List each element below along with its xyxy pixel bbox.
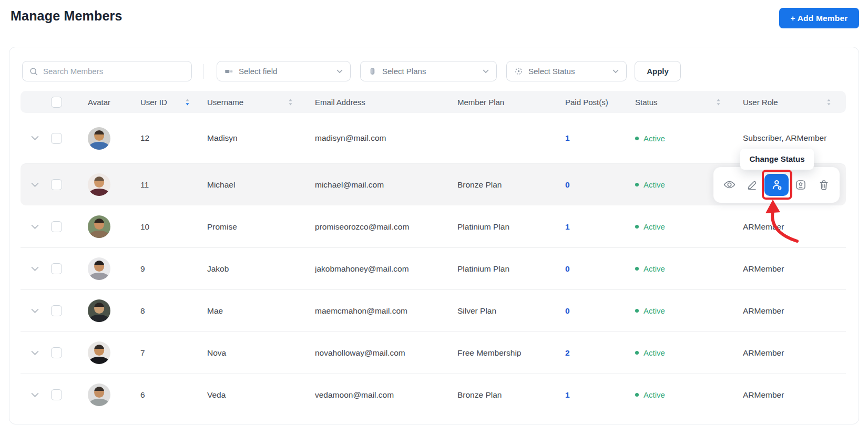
user-role: Subscriber, ARMember bbox=[726, 133, 846, 143]
row-checkbox[interactable] bbox=[51, 347, 62, 358]
status-dot bbox=[635, 267, 639, 271]
sort-icon[interactable] bbox=[826, 98, 831, 106]
email-address: promiseorozco@mail.com bbox=[304, 222, 446, 232]
table-row: 10 Promise promiseorozco@mail.com Platin… bbox=[21, 205, 846, 247]
apply-button[interactable]: Apply bbox=[635, 61, 681, 81]
row-expand-icon[interactable] bbox=[31, 133, 39, 143]
search-members-input[interactable] bbox=[43, 67, 185, 76]
membership-plan-button[interactable] bbox=[790, 174, 812, 196]
select-field-dropdown[interactable]: Select field bbox=[217, 61, 351, 81]
view-button[interactable] bbox=[718, 174, 740, 196]
email-address: michael@mail.com bbox=[304, 180, 446, 190]
user-role: ARMember bbox=[726, 390, 846, 400]
avatar bbox=[88, 127, 110, 150]
column-header-email-address: Email Address bbox=[304, 98, 446, 107]
field-icon bbox=[224, 67, 233, 76]
edit-button[interactable] bbox=[741, 174, 763, 196]
status-dot bbox=[635, 183, 639, 186]
paid-posts-link[interactable]: 1 bbox=[565, 390, 570, 400]
row-expand-icon[interactable] bbox=[31, 264, 39, 274]
row-checkbox[interactable] bbox=[51, 389, 62, 400]
status-badge: Active bbox=[620, 222, 726, 231]
username: Promise bbox=[195, 222, 304, 232]
chevron-down-icon bbox=[336, 69, 343, 74]
status-dot bbox=[635, 393, 639, 397]
filter-divider bbox=[203, 64, 203, 79]
status-badge: Active bbox=[620, 134, 726, 143]
table-row: 7 Nova novaholloway@mail.com Free Member… bbox=[21, 331, 846, 374]
column-header-paid-post-s-: Paid Post(s) bbox=[553, 98, 620, 107]
row-checkbox[interactable] bbox=[51, 221, 62, 232]
member-plan: Platinium Plan bbox=[446, 222, 553, 232]
filter-toolbar: Select field Select Plans Select Status … bbox=[21, 61, 846, 81]
paid-posts-link[interactable]: 0 bbox=[565, 306, 570, 316]
row-expand-icon[interactable] bbox=[31, 222, 39, 232]
sort-icon[interactable] bbox=[288, 98, 293, 106]
row-actions-toolbar bbox=[713, 167, 840, 203]
row-expand-icon[interactable] bbox=[31, 348, 39, 358]
status-badge: Active bbox=[620, 390, 726, 399]
user-id: 10 bbox=[126, 222, 195, 232]
avatar bbox=[88, 383, 110, 406]
email-address: novaholloway@mail.com bbox=[304, 348, 446, 358]
row-checkbox[interactable] bbox=[51, 179, 62, 190]
select-status-dropdown[interactable]: Select Status bbox=[506, 61, 627, 81]
user-role: ARMember bbox=[726, 348, 846, 358]
row-checkbox[interactable] bbox=[51, 305, 62, 316]
members-card: Select field Select Plans Select Status … bbox=[9, 47, 859, 424]
row-checkbox[interactable] bbox=[51, 263, 62, 274]
select-field-label: Select field bbox=[239, 67, 331, 76]
column-header-member-plan: Member Plan bbox=[446, 98, 553, 107]
user-role: ARMember bbox=[726, 306, 846, 316]
member-plan: Silver Plan bbox=[446, 306, 553, 316]
status-dot bbox=[635, 225, 639, 229]
avatar bbox=[88, 257, 110, 280]
select-status-label: Select Status bbox=[528, 67, 607, 76]
user-id: 6 bbox=[126, 390, 195, 400]
sort-icon[interactable] bbox=[185, 98, 190, 106]
search-members-box[interactable] bbox=[22, 61, 192, 81]
user-id: 9 bbox=[126, 264, 195, 274]
status-badge: Active bbox=[620, 264, 726, 273]
column-header-status[interactable]: Status bbox=[620, 98, 726, 107]
change-status-button[interactable] bbox=[764, 174, 789, 196]
row-expand-icon[interactable] bbox=[31, 306, 39, 316]
chevron-down-icon bbox=[612, 69, 619, 74]
member-plan: Bronze Plan bbox=[446, 390, 553, 400]
sort-icon[interactable] bbox=[716, 98, 721, 106]
row-expand-icon[interactable] bbox=[31, 390, 39, 400]
member-plan: Platinium Plan bbox=[446, 264, 553, 274]
row-expand-icon[interactable] bbox=[31, 180, 39, 190]
status-badge: Active bbox=[620, 348, 726, 357]
table-header-row: AvatarUser IDUsernameEmail AddressMember… bbox=[21, 91, 846, 113]
delete-button[interactable] bbox=[813, 174, 835, 196]
column-header-user-role[interactable]: User Role bbox=[726, 98, 846, 107]
select-all-checkbox[interactable] bbox=[51, 97, 62, 108]
avatar bbox=[88, 341, 110, 364]
user-id: 8 bbox=[126, 306, 195, 316]
row-checkbox[interactable] bbox=[51, 133, 62, 144]
column-header-username[interactable]: Username bbox=[195, 98, 304, 107]
table-row: 9 Jakob jakobmahoney@mail.com Platinium … bbox=[21, 247, 846, 289]
username: Veda bbox=[195, 390, 304, 400]
user-role: ARMember bbox=[726, 264, 846, 274]
paid-posts-link[interactable]: 1 bbox=[565, 222, 570, 232]
add-member-button[interactable]: + Add Member bbox=[779, 8, 859, 28]
status-badge: Active bbox=[620, 180, 726, 189]
paid-posts-link[interactable]: 0 bbox=[565, 180, 570, 190]
user-id: 7 bbox=[126, 348, 195, 358]
user-id: 12 bbox=[126, 133, 195, 143]
paid-posts-link[interactable]: 2 bbox=[565, 348, 570, 358]
members-table-body: 12 Madisyn madisyn@mail.com 1 Active Sub… bbox=[21, 113, 846, 416]
select-plans-dropdown[interactable]: Select Plans bbox=[360, 61, 497, 81]
paid-posts-link[interactable]: 1 bbox=[565, 133, 570, 143]
table-row: 6 Veda vedamoon@mail.com Bronze Plan 1 A… bbox=[21, 374, 846, 416]
paid-posts-link[interactable]: 0 bbox=[565, 264, 570, 274]
status-badge: Active bbox=[620, 306, 726, 315]
status-dot bbox=[635, 137, 639, 140]
column-header-user-id[interactable]: User ID bbox=[126, 98, 195, 107]
email-address: vedamoon@mail.com bbox=[304, 390, 446, 400]
chevron-down-icon bbox=[483, 69, 489, 74]
username: Madisyn bbox=[195, 133, 304, 143]
avatar bbox=[88, 299, 110, 322]
